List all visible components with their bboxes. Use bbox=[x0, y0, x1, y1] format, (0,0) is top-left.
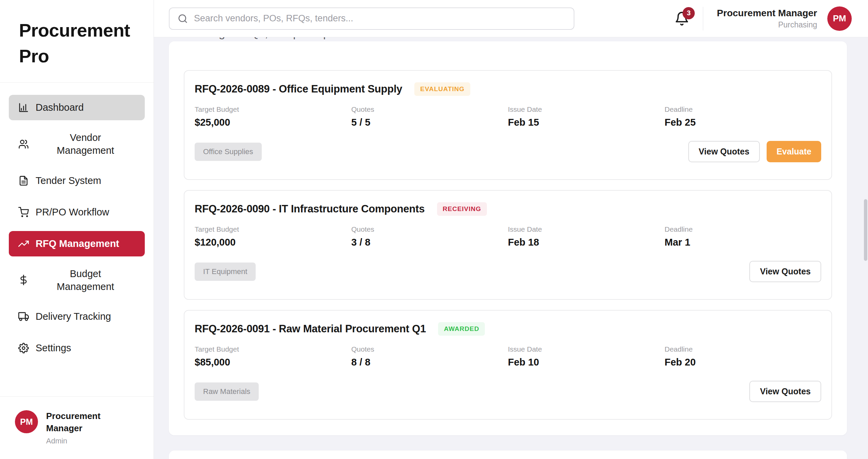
sidebar-item-dashboard[interactable]: Dashboard bbox=[9, 95, 145, 120]
top-bar: 3 Procurement Manager Purchasing PM bbox=[154, 0, 868, 37]
content-area: Manage RFQs, compare quotes and award ve… bbox=[154, 37, 868, 459]
stat-quotes: Quotes 8 / 8 bbox=[351, 345, 508, 368]
stat-deadline: Deadline Mar 1 bbox=[665, 225, 821, 248]
status-badge: RECEIVING bbox=[437, 202, 487, 216]
rfq-title: RFQ-2026-0089 - Office Equipment Supply bbox=[195, 83, 402, 95]
rfq-stats: Target Budget $120,000 Quotes 3 / 8 Issu… bbox=[195, 225, 821, 248]
sidebar-item-label: Delivery Tracking bbox=[36, 311, 111, 322]
sidebar-item-label: Dashboard bbox=[36, 102, 84, 113]
category-tag: Office Supplies bbox=[195, 143, 262, 161]
rfq-card-header: RFQ-2026-0090 - IT Infrastructure Compon… bbox=[195, 202, 821, 216]
rfq-title: RFQ-2026-0091 - Raw Material Procurement… bbox=[195, 323, 426, 335]
sidebar-item-label: Tender System bbox=[36, 175, 101, 186]
stat-deadline: Deadline Feb 20 bbox=[665, 345, 821, 368]
stat-target-budget: Target Budget $85,000 bbox=[195, 345, 351, 368]
vertical-scrollbar-thumb[interactable] bbox=[864, 199, 867, 261]
sidebar-nav: Dashboard Vendor Management Tender Syste… bbox=[0, 83, 154, 367]
category-tag: IT Equipment bbox=[195, 263, 256, 281]
rfq-card: RFQ-2026-0089 - Office Equipment Supply … bbox=[184, 70, 832, 180]
shopping-cart-icon bbox=[18, 207, 29, 217]
sidebar-profile[interactable]: PM Procurement Manager Admin bbox=[0, 396, 154, 459]
search-icon bbox=[178, 14, 188, 24]
rfq-card-header: RFQ-2026-0091 - Raw Material Procurement… bbox=[195, 322, 821, 336]
rfq-card-footer: IT Equipment View Quotes bbox=[195, 261, 821, 282]
topbar-user-info: Procurement Manager Purchasing bbox=[717, 8, 817, 29]
file-text-icon bbox=[18, 175, 29, 186]
search-box[interactable] bbox=[169, 7, 574, 30]
evaluate-button[interactable]: Evaluate bbox=[767, 141, 821, 162]
avatar[interactable]: PM bbox=[827, 6, 852, 31]
profile-name: Procurement Manager bbox=[46, 410, 127, 435]
sidebar-item-settings[interactable]: Settings bbox=[9, 335, 145, 361]
stat-deadline: Deadline Feb 25 bbox=[665, 105, 821, 128]
notifications-button[interactable]: 3 bbox=[674, 11, 689, 26]
rfq-list-panel: RFQ-2026-0089 - Office Equipment Supply … bbox=[169, 41, 847, 435]
truck-icon bbox=[18, 311, 29, 322]
sidebar-item-prpo-workflow[interactable]: PR/PO Workflow bbox=[9, 200, 145, 225]
status-badge: AWARDED bbox=[438, 322, 485, 336]
topbar-divider bbox=[703, 7, 703, 30]
view-quotes-button[interactable]: View Quotes bbox=[688, 141, 760, 162]
sidebar-item-label: Budget Management bbox=[36, 267, 135, 293]
user-department: Purchasing bbox=[717, 20, 817, 29]
stat-quotes: Quotes 5 / 5 bbox=[351, 105, 508, 128]
view-quotes-button[interactable]: View Quotes bbox=[749, 261, 821, 282]
stat-quotes: Quotes 3 / 8 bbox=[351, 225, 508, 248]
rfq-actions: View Quotes bbox=[749, 381, 821, 402]
view-quotes-button[interactable]: View Quotes bbox=[749, 381, 821, 402]
stat-issue-date: Issue Date Feb 10 bbox=[508, 345, 665, 368]
sidebar-item-label: RFQ Management bbox=[36, 238, 119, 249]
users-icon bbox=[18, 139, 29, 149]
vendor-shortlisting-analytics-panel: Vendor Shortlisting Analytics - RFQ-2026… bbox=[169, 451, 847, 459]
rfq-title: RFQ-2026-0090 - IT Infrastructure Compon… bbox=[195, 203, 425, 215]
clipped-scrolled-text: Manage RFQs, compare quotes and award ve… bbox=[169, 37, 847, 41]
rfq-actions: View Quotes bbox=[749, 261, 821, 282]
gear-icon bbox=[18, 343, 29, 353]
category-tag: Raw Materials bbox=[195, 382, 259, 401]
rfq-card-header: RFQ-2026-0089 - Office Equipment Supply … bbox=[195, 82, 821, 96]
rfq-card-footer: Raw Materials View Quotes bbox=[195, 381, 821, 402]
search-input[interactable] bbox=[194, 13, 566, 24]
topbar-right-cluster: 3 Procurement Manager Purchasing PM bbox=[674, 6, 852, 31]
app-logo: Procurement Pro bbox=[0, 0, 154, 83]
sidebar-item-label: Settings bbox=[36, 342, 71, 354]
sidebar-item-label: PR/PO Workflow bbox=[36, 207, 109, 218]
status-badge: EVALUATING bbox=[414, 82, 470, 96]
sidebar-item-budget-management[interactable]: Budget Management bbox=[9, 263, 145, 298]
sidebar-spacer bbox=[0, 367, 154, 396]
stat-target-budget: Target Budget $120,000 bbox=[195, 225, 351, 248]
main-column: 3 Procurement Manager Purchasing PM Mana… bbox=[154, 0, 868, 459]
rfq-stats: Target Budget $25,000 Quotes 5 / 5 Issue… bbox=[195, 105, 821, 128]
sidebar-item-delivery-tracking[interactable]: Delivery Tracking bbox=[9, 304, 145, 329]
user-name: Procurement Manager bbox=[717, 8, 817, 19]
sidebar-item-rfq-management[interactable]: RFQ Management bbox=[9, 231, 145, 256]
rfq-card: RFQ-2026-0091 - Raw Material Procurement… bbox=[184, 310, 832, 420]
sidebar-item-label: Vendor Management bbox=[36, 131, 135, 157]
sidebar-item-tender-system[interactable]: Tender System bbox=[9, 168, 145, 193]
dollar-icon bbox=[18, 275, 29, 285]
rfq-card: RFQ-2026-0090 - IT Infrastructure Compon… bbox=[184, 190, 832, 300]
stat-issue-date: Issue Date Feb 18 bbox=[508, 225, 665, 248]
stat-target-budget: Target Budget $25,000 bbox=[195, 105, 351, 128]
sidebar-item-vendor-management[interactable]: Vendor Management bbox=[9, 126, 145, 162]
notification-count-badge: 3 bbox=[683, 7, 695, 19]
bar-chart-icon bbox=[18, 102, 29, 113]
sidebar-profile-text: Procurement Manager Admin bbox=[46, 410, 127, 445]
avatar: PM bbox=[15, 410, 38, 433]
rfq-stats: Target Budget $85,000 Quotes 8 / 8 Issue… bbox=[195, 345, 821, 368]
sidebar: Procurement Pro Dashboard Vendor Managem… bbox=[0, 0, 154, 459]
rfq-actions: View Quotes Evaluate bbox=[688, 141, 821, 162]
profile-role: Admin bbox=[46, 437, 127, 445]
stat-issue-date: Issue Date Feb 15 bbox=[508, 105, 665, 128]
rfq-card-footer: Office Supplies View Quotes Evaluate bbox=[195, 141, 821, 162]
trending-up-icon bbox=[18, 238, 29, 249]
